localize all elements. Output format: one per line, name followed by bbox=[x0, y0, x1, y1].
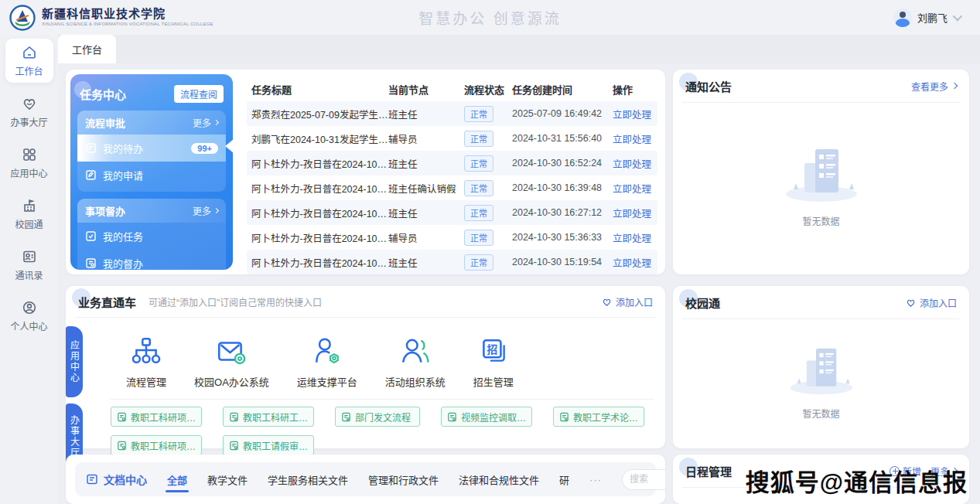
status-badge: 正常 bbox=[464, 254, 493, 271]
user-menu[interactable]: 刘鹏飞 bbox=[893, 0, 960, 35]
sidebar-item-label: 应用中心 bbox=[10, 166, 47, 179]
supervision-icon bbox=[85, 257, 97, 269]
app-header: 新疆科信职业技术学院 XINJIANG SCIENCE & INFORMATIO… bbox=[0, 0, 980, 35]
flow-approval-section: 流程审批 更多 我的待办 99+ 我的申请 bbox=[77, 111, 226, 192]
sidebar-item-workbench[interactable]: 工作台 bbox=[5, 39, 53, 83]
sidebar-item-app-center[interactable]: 应用中心 bbox=[5, 141, 53, 185]
table-row[interactable]: 阿卜杜外力-孜日普在2024-10-30发起学生请假... 班主任 正常 202… bbox=[247, 200, 657, 225]
sidebar-item-label: 通讯录 bbox=[15, 268, 43, 281]
table-row[interactable]: 刘鹏飞在2024-10-31发起学生请假审批 辅导员 正常 2024-10-31… bbox=[247, 126, 657, 151]
table-row[interactable]: 郑贵烈在2025-07-09发起学生请假审批 班主任 正常 2025-07-09… bbox=[247, 101, 657, 126]
menu-item-my-tasks[interactable]: 我的任务 bbox=[77, 223, 226, 250]
status-badge: 正常 bbox=[464, 131, 493, 147]
hall-link-button[interactable]: 教职工学术论… bbox=[553, 407, 644, 427]
app-center-icon bbox=[22, 147, 37, 162]
table-row[interactable]: 阿卜杜外力-孜日普在2024-10-30发起学生请假... 班主任确认销假 正常… bbox=[247, 175, 657, 200]
hall-link-button[interactable]: 教职工请假审… bbox=[223, 435, 314, 455]
doc-tab-teaching[interactable]: 教学文件 bbox=[207, 463, 248, 496]
search-input[interactable] bbox=[630, 474, 665, 485]
document-icon bbox=[117, 412, 127, 422]
sidebar-item-label: 个人中心 bbox=[10, 319, 47, 332]
school-logo-icon bbox=[9, 5, 36, 31]
doc-tab-truncated[interactable]: 研 bbox=[559, 463, 569, 496]
table-row[interactable]: 阿卜杜外力-孜日普在2024-10-30发起学生请假... 班主任 正常 202… bbox=[247, 151, 657, 175]
handle-now-link[interactable]: 立即处理 bbox=[613, 209, 651, 220]
table-row[interactable]: 阿卜杜外力-孜日普在2024-10-30发起学生请假... 班主任 正常 202… bbox=[247, 250, 657, 274]
doc-tab-student-services[interactable]: 学生服务相关文件 bbox=[268, 463, 348, 496]
app-flow-management[interactable]: 流程管理 bbox=[126, 335, 166, 389]
handle-now-link[interactable]: 立即处理 bbox=[613, 184, 651, 195]
hall-link-button[interactable]: 部门发文流程 bbox=[335, 407, 420, 427]
task-center-title: 任务中心 bbox=[80, 86, 126, 102]
notice-empty-state: 暂无数据 bbox=[673, 103, 969, 265]
app-campus-oa[interactable]: 校园OA办公系统 bbox=[194, 335, 269, 389]
menu-item-label: 我的任务 bbox=[103, 229, 143, 243]
hall-link-button[interactable]: 视频监控调取… bbox=[441, 407, 532, 427]
sidebar-item-contacts[interactable]: 通讯录 bbox=[5, 243, 53, 287]
mail-gear-icon bbox=[215, 335, 248, 368]
add-entry-link[interactable]: 添加入口 bbox=[602, 295, 653, 308]
tab-workbench[interactable]: 工作台 bbox=[58, 35, 116, 63]
document-icon bbox=[229, 412, 239, 422]
chevron-right-icon bbox=[951, 83, 958, 89]
app-shortcuts: 流程管理 校园OA办公系统 运维支撑平台 bbox=[111, 326, 654, 397]
menu-item-label: 我的待办 bbox=[103, 141, 143, 155]
status-badge: 正常 bbox=[464, 106, 493, 122]
column-header: 任务标题 bbox=[247, 82, 388, 97]
column-header: 流程状态 bbox=[464, 82, 512, 97]
document-icon bbox=[117, 441, 127, 451]
doc-tab-admin[interactable]: 管理和行政文件 bbox=[368, 463, 439, 496]
sidebar-item-service-hall[interactable]: 办事大厅 bbox=[5, 90, 53, 134]
handle-now-link[interactable]: 立即处理 bbox=[613, 233, 651, 244]
header-slogan: 智慧办公 创意源流 bbox=[418, 7, 561, 28]
admission-card-icon: 招 bbox=[477, 335, 510, 368]
handle-now-link[interactable]: 立即处理 bbox=[613, 159, 651, 170]
application-icon bbox=[85, 169, 97, 181]
section-more-link[interactable]: 更多 bbox=[193, 116, 218, 129]
doc-tab-all[interactable]: 全部 bbox=[167, 463, 187, 496]
app-ops-platform[interactable]: 运维支撑平台 bbox=[297, 335, 357, 389]
todo-list-icon bbox=[85, 142, 97, 154]
status-badge: 正常 bbox=[464, 230, 493, 246]
app-admission-management[interactable]: 招 招生管理 bbox=[473, 335, 514, 389]
chevron-right-icon bbox=[213, 120, 219, 125]
document-icon bbox=[229, 441, 239, 451]
sidebar-item-label: 办事大厅 bbox=[10, 115, 47, 128]
status-badge: 正常 bbox=[464, 205, 493, 221]
heart-icon bbox=[906, 298, 916, 308]
doc-center-title[interactable]: 文档中心 bbox=[86, 472, 147, 487]
status-badge: 正常 bbox=[464, 180, 493, 196]
column-header: 操作 bbox=[613, 82, 657, 97]
column-header: 任务创建时间 bbox=[512, 82, 613, 97]
menu-item-my-applications[interactable]: 我的申请 bbox=[77, 162, 226, 189]
business-express-card: 业务直通车 可通过“添加入口”订阅自己常用的快捷入口 添加入口 应用中心 流程管… bbox=[66, 286, 665, 448]
svg-text:招: 招 bbox=[487, 342, 497, 355]
menu-item-my-supervision[interactable]: 我的督办 bbox=[77, 250, 226, 277]
campus-empty-state: 暂无数据 bbox=[673, 319, 969, 441]
handle-now-link[interactable]: 立即处理 bbox=[613, 110, 651, 121]
add-entry-link[interactable]: 添加入口 bbox=[906, 296, 957, 309]
hall-link-button[interactable]: 教职工科研工… bbox=[223, 407, 314, 427]
view-more-link[interactable]: 查看更多 bbox=[911, 80, 957, 93]
more-tabs-ellipsis[interactable]: ··· bbox=[589, 474, 602, 485]
workbench-icon bbox=[22, 45, 37, 60]
doc-tab-legal[interactable]: 法律和合规性文件 bbox=[459, 463, 539, 496]
flow-review-button[interactable]: 流程查阅 bbox=[174, 85, 224, 103]
schedule-panel-title: 日程管理 bbox=[685, 463, 732, 479]
table-row[interactable]: 阿卜杜外力-孜日普在2024-10-30发起学生请假... 辅导员 正常 202… bbox=[247, 225, 657, 250]
handle-now-link[interactable]: 立即处理 bbox=[613, 258, 651, 269]
hall-link-button[interactable]: 教职工科研项… bbox=[111, 435, 202, 455]
sidebar-item-campus[interactable]: 校园通 bbox=[5, 192, 53, 236]
heart-icon bbox=[602, 297, 612, 307]
sidebar-item-profile[interactable]: 个人中心 bbox=[5, 294, 53, 338]
watermark-text: 搜狐号@通信信息报 bbox=[746, 463, 968, 498]
app-activity-org[interactable]: 活动组织系统 bbox=[385, 335, 446, 389]
hall-link-button[interactable]: 教职工科研项… bbox=[111, 407, 202, 427]
contacts-icon bbox=[22, 249, 37, 264]
tab-app-center[interactable]: 应用中心 bbox=[66, 326, 83, 397]
section-more-link[interactable]: 更多 bbox=[193, 204, 218, 217]
handle-now-link[interactable]: 立即处理 bbox=[613, 135, 651, 145]
notice-board-card: 通知公告 查看更多 暂无数据 bbox=[673, 70, 969, 274]
menu-item-my-todo[interactable]: 我的待办 99+ bbox=[77, 135, 226, 162]
doc-center-card: 文档中心 全部 教学文件 学生服务相关文件 管理和行政文件 法律和合规性文件 研… bbox=[66, 455, 665, 504]
